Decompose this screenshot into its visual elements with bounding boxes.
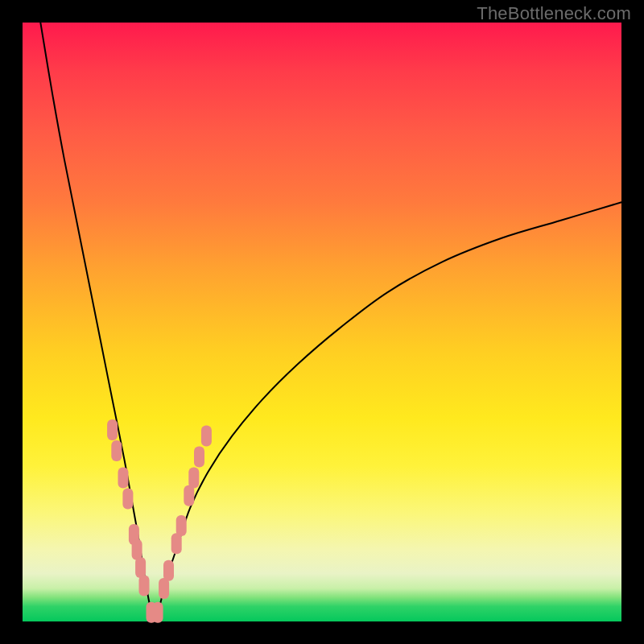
curve-marker xyxy=(107,419,118,440)
curve-marker xyxy=(159,578,169,599)
curve-marker xyxy=(135,557,146,578)
curve-marker xyxy=(201,425,212,446)
curve-marker xyxy=(188,467,199,488)
curve-marker xyxy=(176,515,187,536)
curve-marker xyxy=(153,602,163,623)
plot-area xyxy=(23,23,621,621)
curve-marker xyxy=(132,539,142,560)
curve-marker xyxy=(118,467,129,488)
bottleneck-curve-svg xyxy=(23,23,621,621)
curve-marker xyxy=(194,446,204,467)
chart-frame: TheBottleneck.com xyxy=(0,0,644,644)
watermark-text: TheBottleneck.com xyxy=(477,3,631,24)
curve-marker xyxy=(184,485,194,506)
curve-marker xyxy=(163,560,174,581)
curve-marker xyxy=(111,440,122,461)
bottleneck-curve xyxy=(40,23,621,621)
curve-marker xyxy=(139,575,150,596)
curve-marker xyxy=(122,489,133,510)
curve-marker xyxy=(171,533,182,554)
